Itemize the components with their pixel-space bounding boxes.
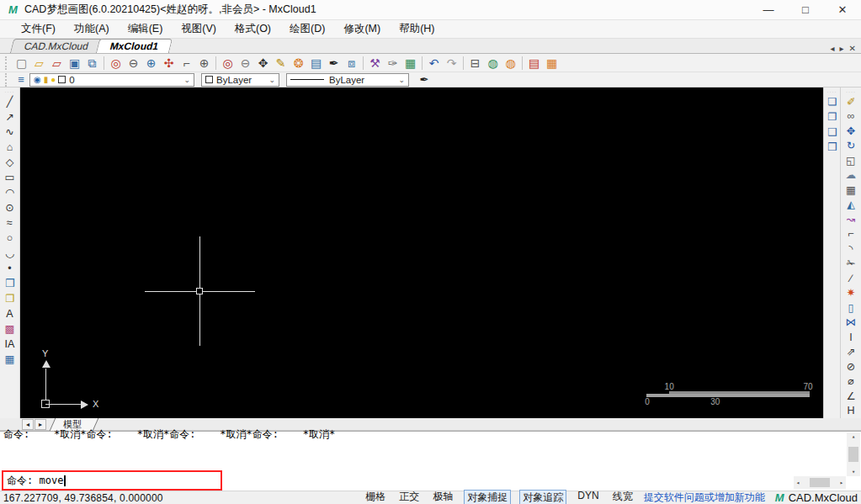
menu-item-0[interactable]: 文件(F) [12, 20, 65, 38]
color-select[interactable]: ByLayer ⌄ [201, 73, 279, 87]
move-icon[interactable]: ✥ [843, 124, 858, 139]
menu-item-2[interactable]: 编辑(E) [119, 20, 173, 38]
erase-icon[interactable]: ✐ [843, 94, 858, 109]
layer-visibility-icon[interactable]: ◉ [34, 75, 41, 84]
layer-lock-icon[interactable]: ▮ [44, 75, 49, 84]
menu-item-7[interactable]: 帮助(H) [390, 20, 444, 38]
table-icon[interactable]: ▦ [3, 352, 18, 367]
status-toggle-dyn[interactable]: DYN [575, 490, 601, 504]
bring-to-front-icon[interactable]: ❏ [825, 94, 840, 109]
ellipse-arc-icon[interactable]: ◡ [3, 246, 18, 261]
scroll-right-icon[interactable]: ▸ [839, 479, 844, 487]
command-input-highlight-box[interactable]: 命令: move [2, 470, 222, 491]
redo-icon[interactable]: ↷ [443, 55, 460, 72]
polygon-icon[interactable]: ⌂ [3, 140, 18, 155]
maximize-button[interactable]: □ [787, 0, 824, 19]
arc-icon[interactable]: ◠ [3, 185, 18, 200]
layer-bulb-icon[interactable]: ● [50, 75, 56, 84]
close-button[interactable]: ✕ [824, 0, 861, 19]
color-palette-icon[interactable]: ❂ [290, 55, 307, 72]
send-under-icon[interactable]: ❒ [825, 140, 840, 155]
horizontal-scroll-thumb[interactable] [810, 478, 830, 487]
break-icon[interactable]: ⋈ [843, 316, 858, 331]
dim-angular-icon[interactable]: ∠ [843, 389, 858, 404]
point-icon[interactable]: • [3, 261, 18, 276]
status-toggle-lineweight[interactable]: 线宽 [610, 490, 635, 504]
new-file-icon[interactable]: ▢ [13, 55, 30, 72]
menu-item-3[interactable]: 视图(V) [172, 20, 226, 38]
draw-pencil-icon[interactable]: ✎ [272, 55, 290, 72]
line-icon[interactable]: ╱ [3, 94, 18, 109]
menu-item-1[interactable]: 功能(A) [65, 20, 119, 38]
ray-icon[interactable]: ↗ [3, 109, 18, 125]
tab-scroll-left-icon[interactable]: ◂ [831, 44, 835, 53]
command-horizontal-scrollbar[interactable]: ◂ ▸ [794, 476, 846, 489]
save-all-icon[interactable]: ⧉ [83, 55, 101, 72]
chamfer-icon[interactable]: ⌐ [843, 227, 858, 242]
dim-aligned-icon[interactable]: ⇗ [843, 345, 858, 360]
status-toggle-polar[interactable]: 极轴 [430, 490, 455, 504]
fillet-icon[interactable]: ◝ [843, 241, 858, 257]
menu-item-4[interactable]: 格式(O) [226, 20, 280, 38]
layer-manager-icon[interactable]: ▤ [307, 55, 325, 72]
open-file-icon[interactable]: ▱ [30, 55, 48, 72]
export-pdf-icon[interactable]: ▤ [525, 55, 543, 72]
export-image-icon[interactable]: ▦ [543, 55, 561, 72]
hatch-icon[interactable]: ▩ [3, 321, 18, 337]
web-cloud-icon[interactable]: ◍ [502, 55, 519, 72]
dim-radius-icon[interactable]: ⊘ [843, 359, 858, 374]
zoom-out-icon[interactable]: ⊖ [125, 55, 142, 72]
linetype-select[interactable]: ByLayer ⌄ [286, 73, 409, 87]
status-toggle-otrack[interactable]: 对象追踪 [519, 490, 566, 504]
stretch-icon[interactable]: ☁ [843, 168, 858, 183]
dim-diameter-icon[interactable]: ⌀ [843, 374, 858, 390]
save-icon[interactable]: ▣ [66, 55, 83, 72]
feedback-link[interactable]: 提交软件问题或增加新功能 [644, 491, 765, 504]
explode-icon[interactable]: ✷ [843, 286, 858, 301]
circle-icon[interactable]: ⊙ [3, 200, 18, 215]
create-block-icon[interactable]: ❐ [3, 291, 18, 306]
status-toggle-osnap[interactable]: 对象捕捉 [464, 490, 511, 504]
command-window[interactable]: 命令: *取消*命令: *取消*命令: *取消*命令: *取消* 命令: mov… [0, 431, 861, 491]
markup-pen-icon[interactable]: ✑ [384, 55, 401, 72]
multiline-text-icon[interactable]: IA [3, 337, 18, 352]
ellipse-icon[interactable]: ○ [3, 231, 18, 246]
collaboration-icon[interactable]: ⚒ [366, 55, 384, 72]
dim-linear-icon[interactable]: I [843, 330, 858, 345]
tab-mxcloud1[interactable]: MxCloud1 [96, 39, 173, 53]
open-cloud-file-icon[interactable]: ▱ [48, 55, 66, 72]
menu-item-5[interactable]: 绘图(D) [280, 20, 334, 38]
zoom-realtime-icon[interactable]: ◎ [107, 55, 125, 72]
command-vertical-scrollbar[interactable]: ▴ ▾ [847, 432, 860, 476]
save-snapshot-icon[interactable]: ▦ [401, 55, 419, 72]
layer-select[interactable]: ◉▮● 0 ⌄ [29, 73, 194, 87]
extend-icon[interactable]: ∕ [843, 271, 858, 286]
insert-block-icon[interactable]: ❒ [3, 276, 18, 291]
tab-cad-mxcloud[interactable]: CAD.MxCloud [10, 39, 103, 53]
scroll-up-icon[interactable]: ▴ [851, 432, 856, 441]
rotate-icon[interactable]: ↻ [843, 139, 858, 154]
zoom-scale-icon[interactable]: ⊖ [237, 55, 254, 72]
bring-above-icon[interactable]: ❑ [825, 125, 840, 140]
trim-icon[interactable]: ✁ [843, 257, 858, 272]
layers-icon[interactable]: ≡ [13, 73, 29, 86]
viewport-window-icon[interactable]: ⧈ [343, 55, 360, 72]
zoom-in-icon[interactable]: ⊕ [195, 55, 213, 72]
tab-close-icon[interactable]: ✕ [849, 44, 856, 53]
scroll-down-icon[interactable]: ▾ [851, 468, 856, 476]
web-home-icon[interactable]: ◍ [484, 55, 502, 72]
rectangle-icon[interactable]: ▭ [3, 170, 18, 185]
undo-icon[interactable]: ↶ [425, 55, 443, 72]
pan-realtime-icon[interactable]: ✣ [160, 55, 178, 72]
print-icon[interactable]: ⊟ [466, 55, 484, 72]
copy-icon[interactable]: ∞ [843, 109, 858, 125]
wipeout-icon[interactable]: ▯ [843, 300, 858, 316]
tab-scroll-right-icon[interactable]: ▸ [840, 44, 844, 53]
scale-icon[interactable]: ◱ [843, 153, 858, 168]
status-toggle-grid[interactable]: 栅格 [363, 490, 388, 504]
pan-icon[interactable]: ✥ [254, 55, 272, 72]
polygon-filled-icon[interactable]: ◇ [3, 155, 18, 170]
scroll-left-icon[interactable]: ◂ [795, 479, 800, 487]
offset-icon[interactable]: ↝ [843, 212, 858, 227]
vertical-scroll-thumb[interactable] [848, 447, 858, 462]
